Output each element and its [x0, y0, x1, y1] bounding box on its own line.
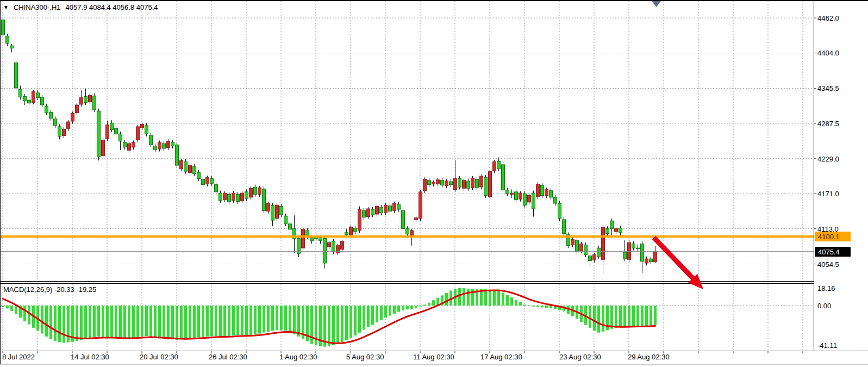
macd-bar — [519, 302, 522, 306]
price-axis-label: 4345.5 — [817, 84, 839, 92]
candle-bearish — [532, 193, 535, 209]
macd-bar — [428, 303, 430, 306]
candle-bullish — [432, 182, 435, 184]
candle-bearish — [563, 220, 566, 234]
candle-bearish — [458, 178, 461, 187]
macd-bar — [623, 306, 626, 327]
candle-bearish — [289, 224, 292, 229]
candle-bearish — [145, 126, 148, 134]
candle-bullish — [76, 105, 79, 113]
macd-bar — [284, 306, 287, 331]
macd-bar — [89, 306, 91, 338]
macd-bar — [276, 306, 278, 330]
macd-bar — [84, 306, 87, 339]
candle-bearish — [515, 192, 518, 200]
candle-bullish — [102, 140, 105, 155]
candle-bullish — [445, 181, 448, 186]
macd-bar — [293, 306, 296, 334]
macd-bar — [349, 306, 352, 338]
macd-bar — [528, 306, 530, 306]
macd-bar — [406, 306, 409, 309]
candle-bearish — [497, 161, 501, 169]
macd-bar — [389, 306, 391, 316]
macd-bar — [80, 306, 83, 340]
macd-bar — [410, 306, 413, 309]
macd-bar — [171, 306, 174, 339]
price-axis-label: 4404.0 — [817, 49, 839, 57]
macd-bar — [267, 306, 270, 332]
candle-bearish — [449, 182, 453, 185]
candle-bullish — [510, 193, 514, 194]
macd-bar — [136, 306, 139, 337]
macd-bar — [10, 306, 13, 311]
macd-bar — [323, 306, 326, 347]
candle-bearish — [15, 63, 18, 88]
candle-bullish — [654, 251, 657, 262]
macd-bar — [602, 306, 604, 332]
candle-bearish — [197, 172, 201, 178]
candle-bullish — [141, 125, 144, 128]
macd-bar — [423, 304, 426, 306]
current-price-tag: 4075.4 — [815, 247, 851, 257]
macd-bar — [145, 306, 148, 336]
macd-bar — [493, 290, 496, 306]
candle-bearish — [110, 123, 114, 129]
candle-bullish — [223, 193, 227, 200]
macd-bar — [6, 306, 9, 308]
macd-bar — [76, 306, 78, 341]
candle-bullish — [128, 144, 131, 150]
macd-bar — [645, 306, 648, 326]
candle-bullish — [241, 193, 244, 201]
candle-bearish — [41, 97, 44, 105]
macd-bar — [341, 306, 344, 343]
macd-bar — [271, 306, 274, 331]
macd-bar — [258, 306, 261, 334]
candle-bullish — [493, 161, 496, 171]
candle-bullish — [158, 142, 161, 149]
macd-bar — [254, 306, 257, 334]
candle-bullish — [415, 218, 418, 220]
macd-bar — [541, 306, 544, 308]
macd-bar — [115, 306, 117, 338]
time-axis-label: 26 Jul 02:30 — [209, 353, 247, 361]
macd-bar — [123, 306, 126, 339]
macd-bar — [236, 306, 239, 335]
candle-bearish — [36, 93, 40, 98]
candle-bullish — [106, 125, 109, 139]
candle-bullish — [419, 192, 422, 219]
candle-bearish — [589, 256, 592, 261]
macd-bar — [280, 306, 283, 330]
macd-bar — [432, 300, 435, 306]
candle-bearish — [280, 207, 283, 215]
macd-bar — [232, 306, 235, 335]
chart-canvas[interactable] — [0, 0, 868, 367]
candle-bearish — [23, 96, 27, 101]
macd-bar — [167, 306, 170, 339]
candle-bearish — [467, 181, 470, 188]
candle-bearish — [58, 127, 61, 136]
candle-bearish — [10, 46, 14, 48]
candle-bullish — [519, 193, 522, 199]
candle-bullish — [384, 205, 388, 212]
candle-bullish — [89, 95, 92, 102]
candle-bearish — [650, 259, 653, 262]
candle-bearish — [263, 189, 266, 210]
candle-bullish — [463, 181, 466, 188]
candle-bearish — [119, 134, 122, 141]
macd-bar — [619, 306, 622, 327]
macd-bar — [163, 306, 165, 339]
hline-price-tag: 4100.1 — [815, 232, 851, 241]
candle-bullish — [410, 231, 414, 235]
candle-bearish — [284, 216, 288, 223]
time-axis-label: 11 Aug 02:30 — [413, 353, 454, 361]
candle-bearish — [523, 194, 527, 205]
candle-bearish — [632, 244, 635, 248]
time-axis-label: 5 Aug 02:30 — [346, 353, 384, 361]
macd-bar — [384, 306, 387, 318]
macd-bar — [523, 304, 526, 306]
symbol-dropdown-icon[interactable]: ▼ — [3, 4, 9, 11]
candle-bearish — [97, 111, 101, 157]
macd-bar — [363, 306, 365, 329]
time-axis-label: 14 Jul 02:30 — [71, 353, 109, 361]
macd-bar — [367, 306, 370, 327]
